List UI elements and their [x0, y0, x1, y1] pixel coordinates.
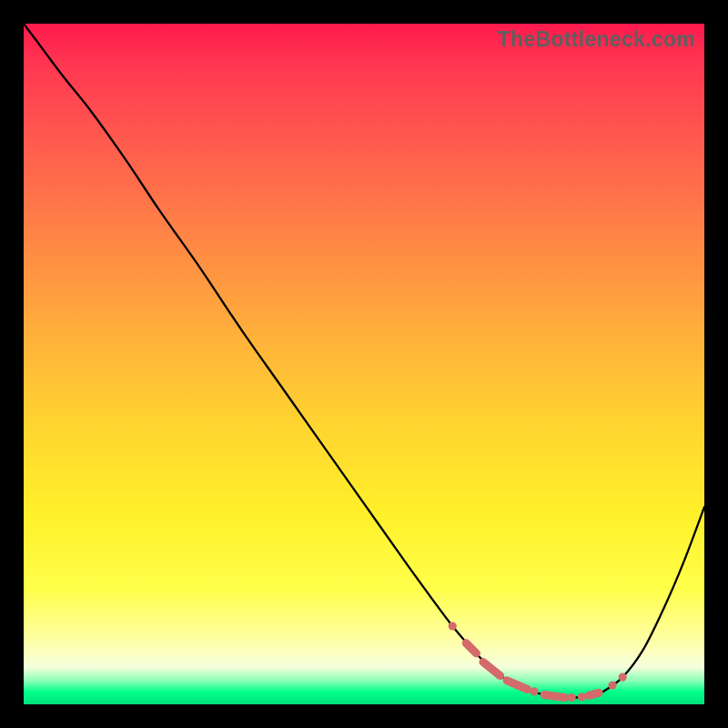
curve-markers: [449, 622, 627, 702]
svg-point-10: [619, 673, 627, 682]
bottleneck-curve: [24, 24, 704, 704]
svg-line-2: [483, 662, 500, 676]
svg-point-6: [568, 693, 576, 702]
svg-line-3: [507, 681, 527, 690]
svg-point-0: [449, 622, 457, 630]
svg-line-5: [544, 695, 565, 698]
curve-path: [24, 24, 704, 698]
svg-point-9: [608, 682, 616, 690]
svg-line-8: [589, 693, 599, 695]
svg-point-4: [530, 687, 538, 695]
svg-line-1: [466, 643, 476, 653]
